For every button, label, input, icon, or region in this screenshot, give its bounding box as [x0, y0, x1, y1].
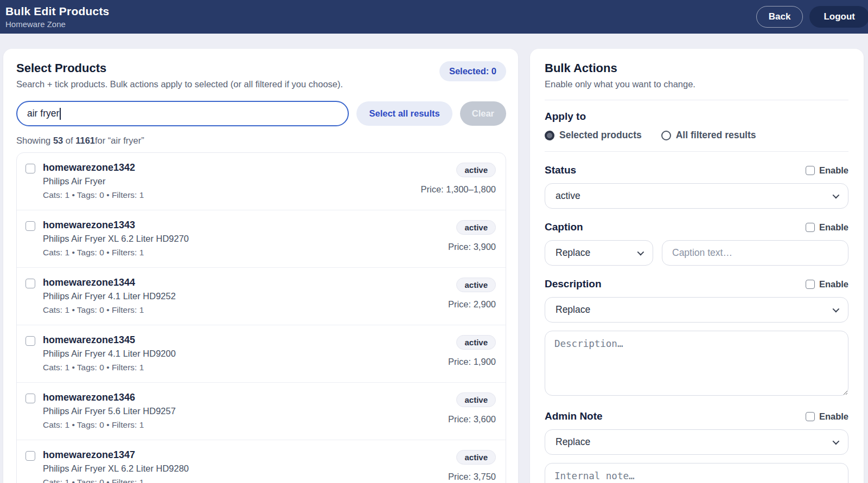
product-meta: Cats: 1 • Tags: 0 • Filters: 1	[43, 477, 441, 483]
product-right: active Price: 2,900	[448, 276, 496, 315]
product-price: Price: 3,600	[448, 414, 496, 424]
product-checkbox[interactable]	[25, 451, 35, 461]
caption-label: Caption	[545, 221, 583, 233]
checkbox-icon	[806, 166, 815, 175]
checkbox-icon	[806, 412, 815, 421]
radio-selected-products[interactable]: Selected products	[545, 130, 642, 141]
main-content: Select Products Search + tick products. …	[0, 34, 868, 483]
product-checkbox[interactable]	[25, 164, 35, 173]
product-row: homewarezone1346 Philips Air Fryer 5.6 L…	[17, 382, 506, 440]
product-info: homewarezone1342 Philips Air Fryer Cats:…	[43, 162, 413, 201]
select-products-title: Select Products	[16, 61, 343, 75]
chevron-down-icon	[833, 438, 840, 445]
radio-unchecked-icon	[661, 131, 671, 140]
select-all-results-button[interactable]: Select all results	[356, 101, 452, 126]
product-right: active Price: 1,900	[448, 334, 496, 373]
description-label: Description	[545, 278, 602, 290]
product-price: Price: 3,750	[448, 472, 496, 482]
checkbox-icon	[806, 223, 815, 232]
status-badge: active	[456, 392, 496, 407]
status-badge: active	[456, 220, 496, 235]
radio-selected-products-label: Selected products	[559, 130, 642, 141]
bulk-actions-title: Bulk Actions	[545, 61, 848, 75]
product-sku: homewarezone1344	[43, 276, 441, 289]
logout-button[interactable]: Logout	[809, 6, 868, 28]
product-info: homewarezone1345 Philips Air Fryer 4.1 L…	[43, 334, 441, 373]
product-price: Price: 1,900	[448, 357, 496, 367]
divider	[545, 151, 848, 152]
description-textarea[interactable]	[545, 331, 848, 396]
status-section: Status Enable active	[545, 164, 848, 209]
status-badge: active	[456, 335, 496, 350]
radio-checked-icon	[545, 131, 554, 140]
product-name: Philips Air Fryer XL 6.2 Liter HD9280	[43, 463, 441, 474]
product-sku: homewarezone1346	[43, 391, 441, 404]
product-sku: homewarezone1343	[43, 219, 441, 231]
text-caret	[60, 108, 61, 120]
description-enable-label: Enable	[819, 279, 848, 289]
caption-mode-value: Replace	[556, 247, 590, 259]
product-info: homewarezone1344 Philips Air Fryer 4.1 L…	[43, 276, 441, 315]
description-section: Description Enable Replace	[545, 278, 848, 398]
clear-button[interactable]: Clear	[460, 101, 506, 126]
chevron-down-icon	[833, 192, 840, 199]
product-row: homewarezone1344 Philips Air Fryer 4.1 L…	[17, 267, 506, 325]
header-titles: Bulk Edit Products Homeware Zone	[5, 5, 109, 29]
header-actions: Back Logout	[756, 6, 867, 28]
product-price: Price: 3,900	[448, 242, 496, 252]
product-row: homewarezone1342 Philips Air Fryer Cats:…	[17, 153, 506, 210]
select-products-subtitle: Search + tick products. Bulk actions app…	[16, 79, 343, 89]
chevron-down-icon	[637, 249, 644, 256]
select-products-titles: Select Products Search + tick products. …	[16, 61, 343, 89]
product-price: Price: 2,900	[448, 299, 496, 310]
admin-note-mode-value: Replace	[556, 436, 590, 448]
divider	[545, 100, 848, 100]
admin-note-enable-label: Enable	[819, 411, 848, 422]
product-price: Price: 1,300–1,800	[420, 184, 496, 195]
caption-enable-toggle[interactable]: Enable	[806, 222, 848, 233]
product-checkbox[interactable]	[25, 336, 35, 346]
product-right: active Price: 3,750	[448, 449, 496, 483]
bulk-actions-subtitle: Enable only what you want to change.	[545, 79, 848, 89]
description-mode-value: Replace	[556, 304, 590, 315]
admin-note-textarea[interactable]	[545, 463, 848, 483]
status-badge: active	[456, 163, 496, 177]
status-enable-toggle[interactable]: Enable	[806, 165, 848, 176]
description-mode-select[interactable]: Replace	[545, 297, 848, 323]
product-sku: homewarezone1347	[43, 449, 441, 461]
product-name: Philips Air Fryer	[43, 176, 413, 187]
status-select[interactable]: active	[545, 183, 848, 209]
status-badge: active	[456, 450, 496, 465]
caption-input[interactable]	[662, 240, 848, 266]
product-right: active Price: 3,900	[448, 219, 496, 258]
product-checkbox[interactable]	[25, 279, 35, 288]
showing-count: 53	[53, 136, 63, 145]
back-button[interactable]: Back	[756, 6, 803, 28]
search-input-value: air fryer	[27, 108, 59, 119]
product-info: homewarezone1343 Philips Air Fryer XL 6.…	[43, 219, 441, 258]
search-row: air fryer Select all results Clear	[16, 101, 506, 126]
product-info: homewarezone1347 Philips Air Fryer XL 6.…	[43, 449, 441, 483]
caption-mode-select[interactable]: Replace	[545, 240, 653, 266]
description-enable-toggle[interactable]: Enable	[806, 279, 848, 289]
admin-note-enable-toggle[interactable]: Enable	[806, 411, 848, 422]
apply-to-section: Apply to Selected products All filtered …	[545, 111, 848, 141]
selected-count-badge: Selected: 0	[439, 61, 506, 81]
product-row: homewarezone1343 Philips Air Fryer XL 6.…	[17, 210, 506, 267]
product-sku: homewarezone1342	[43, 162, 413, 174]
search-input[interactable]: air fryer	[16, 101, 349, 126]
app-header: Bulk Edit Products Homeware Zone Back Lo…	[0, 0, 868, 34]
select-products-header: Select Products Search + tick products. …	[16, 61, 506, 89]
product-name: Philips Air Fryer 5.6 Liter HD9257	[43, 405, 441, 417]
caption-section: Caption Enable Replace	[545, 221, 848, 266]
product-right: active Price: 1,300–1,800	[420, 162, 496, 201]
product-sku: homewarezone1345	[43, 334, 441, 346]
product-row: homewarezone1347 Philips Air Fryer XL 6.…	[17, 440, 506, 483]
status-badge: active	[456, 278, 496, 292]
product-checkbox[interactable]	[25, 394, 35, 403]
radio-all-filtered-results[interactable]: All filtered results	[661, 130, 756, 141]
product-checkbox[interactable]	[25, 221, 35, 231]
chevron-down-icon	[833, 306, 840, 313]
admin-note-mode-select[interactable]: Replace	[545, 429, 848, 455]
caption-enable-label: Enable	[819, 222, 848, 233]
